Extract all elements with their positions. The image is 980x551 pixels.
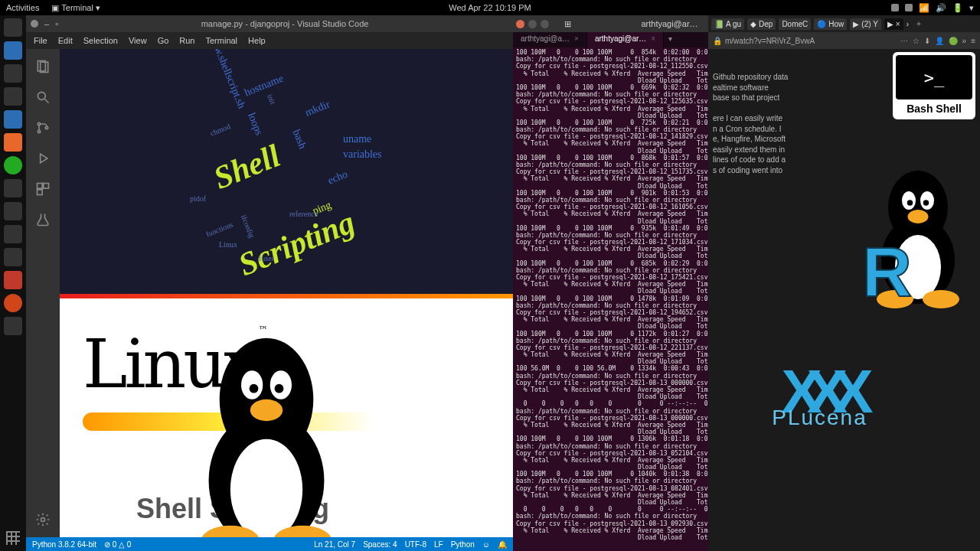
menu-icon[interactable]: ≡ bbox=[971, 37, 975, 45]
indicator-volume-icon[interactable]: 🔊 bbox=[936, 3, 946, 13]
dock-app-misc1[interactable] bbox=[4, 179, 22, 197]
wc-uname: uname bbox=[343, 133, 371, 145]
linux-banner-image: Linux™ Shell Scripting ✕ bbox=[60, 294, 513, 537]
status-problems[interactable]: ⊘ 0 △ 0 bbox=[104, 540, 131, 549]
wc-init: init bbox=[266, 93, 277, 105]
tab-scroll-icon[interactable]: › bbox=[906, 20, 909, 28]
svg-point-17 bbox=[250, 384, 259, 393]
wc-ifconfig: ifconfig bbox=[240, 214, 256, 239]
dock-app-terminal[interactable] bbox=[4, 225, 22, 243]
dock-app-firefox[interactable] bbox=[4, 133, 22, 152]
dock-app-music[interactable] bbox=[4, 248, 22, 266]
indicator-battery-icon[interactable]: 🔋 bbox=[952, 3, 963, 13]
wc-fuser: fuser bbox=[259, 254, 274, 262]
dock bbox=[0, 15, 26, 551]
wc-loops: loops bbox=[245, 111, 265, 137]
status-feedback-icon[interactable]: ☺ bbox=[482, 540, 490, 549]
test-icon[interactable] bbox=[34, 211, 51, 228]
status-enc[interactable]: UTF-8 bbox=[405, 540, 426, 549]
indicator-rain-icon[interactable] bbox=[905, 4, 913, 11]
plucena-logo: XXX PLucena bbox=[708, 370, 977, 430]
menu-edit[interactable]: Edit bbox=[58, 36, 73, 45]
terminal-menu[interactable]: ▣ Terminal ▾ bbox=[51, 3, 100, 13]
star-icon[interactable]: ☆ bbox=[913, 37, 920, 45]
url-input[interactable] bbox=[725, 37, 900, 45]
terminal-close-icon[interactable] bbox=[516, 20, 524, 28]
dock-app-onlyoffice[interactable] bbox=[4, 41, 22, 60]
status-bell-icon[interactable]: 🔔 bbox=[498, 540, 507, 549]
browser-urlbar: 🔒 ⋯ ☆ ⬇ 👤 🟢 » ≡ bbox=[708, 32, 980, 49]
menu-help[interactable]: Help bbox=[248, 36, 266, 45]
terminal-tab-0[interactable]: arthtyagi@a…× bbox=[513, 32, 587, 47]
tab-close-icon[interactable]: × bbox=[651, 34, 655, 43]
browser-tab-4[interactable]: ▶ (2) Y bbox=[850, 18, 881, 30]
window-minimize-icon[interactable]: – bbox=[44, 19, 49, 28]
gear-icon[interactable] bbox=[34, 511, 51, 528]
wc-functions: functions bbox=[204, 220, 234, 238]
show-applications-icon[interactable] bbox=[6, 531, 20, 545]
menu-file[interactable]: File bbox=[34, 36, 47, 45]
download-icon[interactable]: ⬇ bbox=[924, 37, 930, 45]
activities-button[interactable]: Activities bbox=[6, 3, 39, 13]
vscode-statusbar: Python 3.8.2 64-bit ⊘ 0 △ 0 Ln 21, Col 7… bbox=[26, 537, 513, 551]
extension-icon[interactable]: 🟢 bbox=[949, 37, 958, 45]
terminal-minimize-icon[interactable] bbox=[528, 20, 537, 28]
browser-tab-0[interactable]: 📗 A gu bbox=[711, 18, 744, 30]
browser-window: 📗 A gu ◆ Dep DomeC 🔵 How ▶ (2) Y ▶ × › ＋… bbox=[708, 15, 980, 551]
dock-app-vscode[interactable] bbox=[4, 110, 22, 129]
terminal-tab-1[interactable]: arthtyagi@ar…× bbox=[587, 32, 664, 47]
source-control-icon[interactable] bbox=[34, 119, 51, 136]
dock-app-popcorn[interactable] bbox=[4, 271, 22, 289]
tab-add-icon[interactable]: ▾ bbox=[664, 32, 677, 47]
search-icon[interactable] bbox=[34, 89, 51, 106]
wc-main1: Shell bbox=[208, 137, 285, 197]
extensions-icon[interactable] bbox=[34, 181, 51, 197]
dock-app-obs[interactable] bbox=[4, 18, 22, 37]
status-lang[interactable]: Python bbox=[451, 540, 475, 549]
menu-go[interactable]: Go bbox=[158, 36, 169, 45]
window-close-icon[interactable] bbox=[31, 20, 38, 28]
wc-pidof: pidof bbox=[190, 194, 206, 203]
tab-close-icon[interactable]: × bbox=[896, 20, 900, 28]
dock-app-usb[interactable] bbox=[4, 317, 22, 335]
bash-prompt-icon: >_ bbox=[896, 55, 972, 99]
explorer-icon[interactable] bbox=[34, 58, 51, 75]
indicator-network-icon[interactable]: 📶 bbox=[919, 3, 929, 13]
debug-icon[interactable] bbox=[34, 150, 51, 167]
terminal-maximize-icon[interactable] bbox=[541, 20, 549, 28]
menu-view[interactable]: View bbox=[129, 36, 147, 45]
dock-app-files[interactable] bbox=[4, 64, 22, 83]
terminal-newwindow-icon[interactable]: ⊞ bbox=[564, 19, 571, 29]
wc-site: www.shellscript.sh bbox=[206, 49, 248, 110]
status-ln[interactable]: Ln 21, Col 7 bbox=[314, 540, 355, 549]
browser-tab-2[interactable]: DomeC bbox=[779, 18, 811, 30]
tux-r-logo: R bbox=[861, 139, 975, 331]
wc-bash: bash bbox=[290, 128, 309, 151]
status-spaces[interactable]: Spaces: 4 bbox=[363, 540, 397, 549]
menu-terminal[interactable]: Terminal bbox=[206, 36, 238, 45]
lock-icon[interactable]: 🔒 bbox=[713, 37, 722, 45]
shield-icon[interactable]: » bbox=[962, 37, 967, 45]
window-maximize-icon[interactable]: ▫ bbox=[55, 19, 58, 28]
tab-close-icon[interactable]: × bbox=[574, 34, 579, 43]
status-eol[interactable]: LF bbox=[434, 540, 443, 549]
menu-selection[interactable]: Selection bbox=[83, 36, 118, 45]
status-python[interactable]: Python 3.8.2 64-bit bbox=[32, 540, 96, 549]
browser-tab-5[interactable]: ▶ × bbox=[884, 18, 903, 30]
indicator-power-icon[interactable]: ▾ bbox=[969, 3, 974, 13]
svg-point-6 bbox=[45, 126, 47, 129]
dock-app-spotify[interactable] bbox=[4, 156, 22, 174]
account-icon[interactable]: 👤 bbox=[935, 37, 944, 45]
dock-app-todo[interactable] bbox=[4, 87, 22, 106]
dock-app-misc2[interactable] bbox=[4, 202, 22, 220]
editor-area[interactable]: Shell Scripting www.shellscript.sh ping … bbox=[60, 49, 513, 537]
tab-add-icon[interactable]: ＋ bbox=[912, 18, 926, 29]
browser-tab-3[interactable]: 🔵 How bbox=[814, 18, 847, 30]
indicator-shield-icon[interactable] bbox=[891, 4, 899, 11]
reader-icon[interactable]: ⋯ bbox=[900, 37, 908, 45]
dock-app-parrot[interactable] bbox=[4, 294, 22, 312]
panel-clock[interactable]: Wed Apr 22 10:19 PM bbox=[449, 3, 531, 12]
browser-tab-1[interactable]: ◆ Dep bbox=[747, 18, 776, 30]
svg-rect-9 bbox=[44, 184, 49, 189]
menu-run[interactable]: Run bbox=[179, 36, 194, 45]
